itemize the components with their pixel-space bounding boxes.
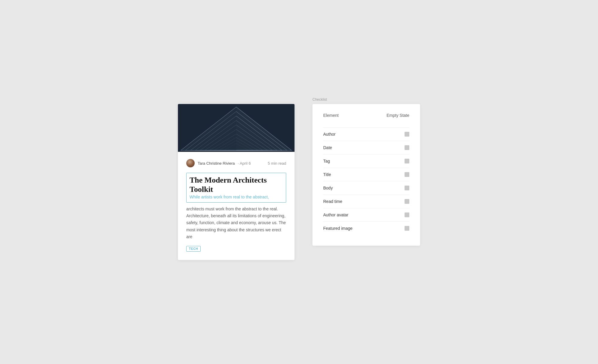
- author-name: Tara Christine Riviera: [198, 161, 235, 166]
- checklist-row-author: Author: [323, 127, 409, 141]
- author-row: Tara Christine Riviera · April 6 5 min r…: [186, 159, 286, 167]
- checklist-label-read-time: Read time: [323, 199, 342, 204]
- checklist-rows: AuthorDateTagTitleBodyRead timeAuthor av…: [323, 127, 409, 235]
- checklist-header: Element Empty State: [323, 113, 409, 121]
- checklist-checkbox-tag[interactable]: [405, 159, 409, 163]
- checklist-checkbox-date[interactable]: [405, 145, 409, 150]
- author-avatar: [186, 159, 195, 167]
- article-title-wrapper: The Modern Architects Toolkit While arti…: [186, 173, 286, 203]
- checklist-label-featured-image: Featured image: [323, 226, 353, 231]
- article-body-text: architects must work from the abstract t…: [186, 206, 286, 240]
- checklist-row-date: Date: [323, 141, 409, 154]
- article-subtitle: While artists work from real to the abst…: [190, 194, 283, 200]
- checklist-container: Checklist Element Empty State AuthorDate…: [312, 104, 420, 246]
- checklist-label-author: Author: [323, 132, 335, 137]
- checklist-checkbox-read-time[interactable]: [405, 199, 409, 204]
- checklist-row-title: Title: [323, 168, 409, 181]
- checklist-row-read-time: Read time: [323, 195, 409, 208]
- checklist-checkbox-featured-image[interactable]: [405, 226, 409, 231]
- author-date: · April 6: [238, 161, 251, 166]
- checklist-label-date: Date: [323, 145, 332, 150]
- read-time: 5 min read: [268, 161, 286, 166]
- checklist-label-title: Title: [323, 172, 331, 177]
- article-hero-image: [178, 104, 295, 152]
- main-layout: Tara Christine Riviera · April 6 5 min r…: [178, 104, 420, 260]
- checklist-panel: Element Empty State AuthorDateTagTitleBo…: [312, 104, 420, 246]
- checklist-row-author-avatar: Author avatar: [323, 208, 409, 221]
- checklist-header-element: Element: [323, 113, 338, 118]
- article-card: Tara Christine Riviera · April 6 5 min r…: [178, 104, 295, 260]
- checklist-checkbox-title[interactable]: [405, 172, 409, 177]
- checklist-checkbox-author[interactable]: [405, 132, 409, 137]
- checklist-header-empty-state: Empty State: [387, 113, 409, 118]
- checklist-label-tag: Tag: [323, 159, 330, 163]
- checklist-row-tag: Tag: [323, 154, 409, 168]
- checklist-checkbox-body[interactable]: [405, 186, 409, 190]
- checklist-row-featured-image: Featured image: [323, 221, 409, 235]
- article-body: Tara Christine Riviera · April 6 5 min r…: [178, 152, 295, 260]
- checklist-label-body: Body: [323, 186, 333, 190]
- checklist-panel-label: Checklist: [312, 97, 327, 102]
- article-tag: TECH: [186, 246, 201, 252]
- checklist-row-body: Body: [323, 181, 409, 195]
- article-title: The Modern Architects Toolkit: [190, 175, 283, 194]
- checklist-checkbox-author-avatar[interactable]: [405, 212, 409, 217]
- checklist-label-author-avatar: Author avatar: [323, 212, 348, 217]
